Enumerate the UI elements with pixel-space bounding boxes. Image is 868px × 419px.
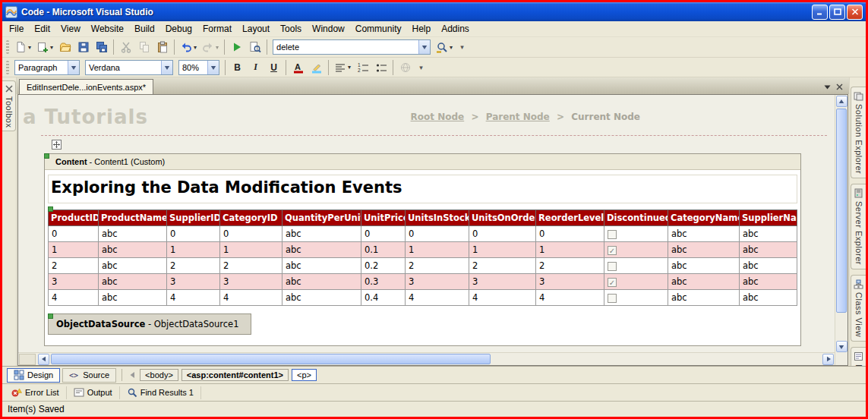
grid-cell: 0.4: [361, 290, 406, 306]
minimize-button[interactable]: [812, 5, 828, 20]
menu-community[interactable]: Community: [350, 21, 407, 36]
scrollbar-track[interactable]: [835, 108, 847, 340]
menu-layout[interactable]: Layout: [237, 21, 275, 36]
add-new-item-button[interactable]: ▾: [34, 39, 55, 55]
block-format-combo[interactable]: Paragraph: [14, 60, 80, 75]
menu-addins[interactable]: Addins: [436, 21, 475, 36]
discontinued-checkbox[interactable]: ✓: [608, 278, 617, 287]
dropdown-arrow-icon[interactable]: [418, 40, 430, 54]
toolbar-drag-handle[interactable]: [6, 61, 9, 74]
panel-tab-label: Error List: [25, 388, 59, 397]
cut-button[interactable]: [117, 39, 134, 55]
scrollbar-track[interactable]: [50, 353, 822, 365]
new-file-button[interactable]: ▾: [12, 39, 33, 55]
redo-button[interactable]: ▾: [200, 39, 221, 55]
horizontal-scrollbar[interactable]: [18, 352, 835, 365]
design-view-button[interactable]: Design: [7, 368, 60, 383]
panel-tab-error-list[interactable]: Error List: [5, 386, 67, 399]
tag-chip[interactable]: <body>: [140, 369, 178, 381]
toolbar-drag-handle[interactable]: [6, 40, 9, 54]
design-surface[interactable]: a Tutorials Root Node > Parent Node > Cu…: [18, 95, 835, 352]
bold-button[interactable]: B: [229, 59, 246, 76]
paste-button[interactable]: [153, 39, 171, 55]
scroll-left-icon[interactable]: [38, 354, 49, 365]
underline-button[interactable]: U: [265, 59, 282, 76]
scroll-down-icon[interactable]: [836, 341, 847, 352]
menu-edit[interactable]: Edit: [29, 21, 55, 36]
discontinued-checkbox[interactable]: [608, 294, 617, 303]
alignment-button[interactable]: ▾: [332, 59, 353, 76]
move-handle-icon[interactable]: [52, 140, 62, 150]
breadcrumb-parent[interactable]: Parent Node: [486, 112, 550, 122]
menu-help[interactable]: Help: [406, 21, 436, 36]
save-button[interactable]: [74, 39, 92, 55]
bullet-list-button[interactable]: [372, 59, 390, 76]
right-tab-solution-explorer[interactable]: Solution Explorer: [851, 87, 866, 178]
toolbar-separator: [267, 39, 267, 55]
menu-debug[interactable]: Debug: [160, 21, 197, 36]
design-view-icon: [14, 370, 24, 380]
close-button[interactable]: [847, 5, 863, 20]
menu-website[interactable]: Website: [86, 21, 129, 36]
dropdown-arrow-icon[interactable]: [207, 61, 219, 74]
grid-cell: [604, 290, 668, 306]
title-bar[interactable]: Code - Microsoft Visual Studio: [2, 2, 866, 21]
breadcrumb-root[interactable]: Root Node: [411, 112, 465, 122]
menu-window[interactable]: Window: [307, 21, 350, 36]
source-view-button[interactable]: <> Source: [62, 368, 116, 383]
scroll-right-icon[interactable]: [822, 354, 834, 365]
highlight-button[interactable]: [308, 59, 325, 76]
discontinued-checkbox[interactable]: ✓: [608, 246, 617, 255]
grid-cell: 0.3: [361, 274, 406, 290]
menu-tools[interactable]: Tools: [275, 21, 307, 36]
menu-file[interactable]: File: [4, 21, 29, 36]
font-size-combo[interactable]: 80%: [178, 60, 219, 75]
tag-chip[interactable]: <p>: [292, 369, 317, 381]
view-in-browser-button[interactable]: [246, 39, 264, 55]
dropdown-arrow-icon[interactable]: [161, 61, 172, 74]
maximize-button[interactable]: [829, 5, 845, 20]
italic-button[interactable]: I: [247, 59, 264, 76]
font-name-combo[interactable]: Verdana: [85, 60, 173, 75]
content-control-header[interactable]: Content - Content1 (Custom): [45, 154, 800, 170]
menu-build[interactable]: Build: [129, 21, 160, 36]
dropdown-arrow-icon[interactable]: [68, 61, 79, 74]
menu-view[interactable]: View: [55, 21, 86, 36]
open-file-button[interactable]: [56, 39, 74, 55]
tag-chip[interactable]: <asp:content#content1>: [181, 369, 289, 381]
gridview-control[interactable]: ProductIDProductNameSupplierIDCategoryID…: [48, 210, 797, 306]
document-tab[interactable]: EditInsertDele...ionEvents.aspx*: [19, 79, 153, 94]
discontinued-checkbox[interactable]: [608, 262, 617, 271]
discontinued-checkbox[interactable]: [608, 230, 617, 239]
toolbox-tab[interactable]: Toolbox: [2, 80, 16, 131]
content-control[interactable]: Content - Content1 (Custom) Exploring th…: [44, 153, 801, 346]
vertical-scrollbar[interactable]: [835, 95, 847, 365]
menu-format[interactable]: Format: [197, 21, 237, 36]
numbered-list-button[interactable]: 12: [354, 59, 371, 76]
objectdatasource-control[interactable]: ObjectDataSource - ObjectDataSource1: [48, 313, 251, 335]
right-tab-class-view[interactable]: Class View: [851, 275, 866, 342]
format-toolbar-items: ParagraphVerdana80%BIUA▾12▾: [12, 59, 426, 76]
panel-tab-output[interactable]: Output: [67, 386, 120, 399]
save-all-button[interactable]: [93, 39, 110, 55]
find-combo[interactable]: delete: [273, 39, 431, 55]
standard-toolbar-options[interactable]: ▾: [457, 39, 467, 55]
font-color-button[interactable]: A: [289, 59, 307, 76]
hyperlink-button[interactable]: [396, 59, 414, 76]
app-icon: [5, 6, 17, 18]
tag-nav-back-icon[interactable]: [130, 372, 135, 378]
tab-list-dropdown-icon[interactable]: [824, 85, 831, 90]
grid-cell: abc: [668, 290, 740, 306]
panel-tab-find-results-1[interactable]: Find Results 1: [120, 386, 201, 399]
find-options-button[interactable]: ▾: [434, 39, 455, 55]
copy-button[interactable]: [135, 39, 153, 55]
scrollbar-thumb[interactable]: [51, 354, 491, 364]
splitter-box[interactable]: [19, 354, 36, 365]
undo-button[interactable]: ▾: [178, 39, 199, 55]
start-debug-button[interactable]: [228, 39, 245, 55]
format-toolbar-options[interactable]: ▾: [416, 59, 426, 76]
right-tab-server-explorer[interactable]: Server Explorer: [851, 184, 866, 269]
scrollbar-thumb[interactable]: [836, 109, 847, 313]
tab-close-icon[interactable]: [836, 83, 843, 90]
scroll-up-icon[interactable]: [836, 96, 847, 107]
